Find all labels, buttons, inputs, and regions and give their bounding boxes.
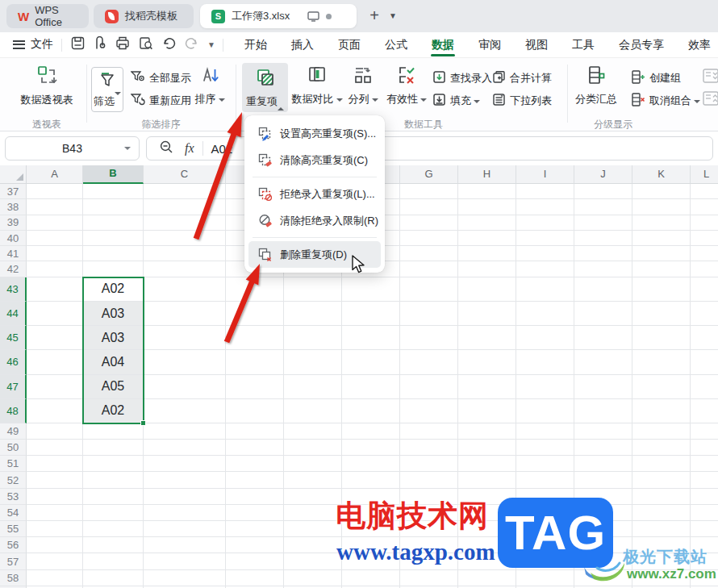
redo-icon[interactable] [185,37,198,50]
cell-J42[interactable] [574,261,632,277]
cell-L51[interactable] [691,456,718,472]
cell-E55[interactable] [284,521,342,537]
show-detail-icon[interactable] [703,69,718,85]
dropdown-list-button[interactable]: 下拉列表 [492,93,552,109]
cell-K58[interactable] [632,570,691,586]
cell-D54[interactable] [226,505,284,521]
cell-A51[interactable] [27,456,83,472]
cell-H37[interactable] [458,184,516,199]
cell-K38[interactable] [632,199,691,215]
cell-H53[interactable] [458,489,516,505]
cell-K46[interactable] [632,350,691,374]
cell-C42[interactable] [144,261,226,277]
tab-wps-office[interactable]: W WPS Office [6,4,89,28]
cell-G48[interactable] [400,399,458,423]
cell-K47[interactable] [632,375,691,399]
cell-C58[interactable] [144,570,226,586]
cell-J39[interactable] [574,215,632,231]
cell-J56[interactable] [574,537,632,553]
cell-E49[interactable] [284,423,342,440]
row-header-52[interactable]: 52 [0,472,27,488]
cell-H38[interactable] [458,199,516,215]
tab-workbook3[interactable]: S 工作簿3.xlsx [200,4,357,28]
undo-icon[interactable] [162,37,176,50]
row-header-58[interactable]: 58 [0,570,27,586]
cell-I53[interactable] [516,489,574,505]
cell-C40[interactable] [144,231,226,246]
cell-J51[interactable] [574,456,632,472]
row-header-42[interactable]: 42 [0,261,27,277]
cell-I54[interactable] [516,505,574,521]
cell-L58[interactable] [691,570,718,586]
new-tab-button[interactable]: + [365,6,384,25]
cell-K56[interactable] [632,537,691,553]
duplicates-button[interactable]: 重复项 [242,63,288,112]
cell-C45[interactable] [144,326,226,350]
device-sync-icon[interactable] [307,11,319,22]
cell-F56[interactable] [342,537,400,553]
cell-D53[interactable] [226,489,284,505]
cell-B39[interactable] [83,215,144,231]
cell-A54[interactable] [27,505,83,521]
row-header-49[interactable]: 49 [0,423,27,440]
cell-C41[interactable] [144,246,226,261]
cell-A37[interactable] [27,184,83,199]
ribbon-tab-工具[interactable]: 工具 [560,32,607,58]
row-header-53[interactable]: 53 [0,489,27,505]
cell-J58[interactable] [574,570,632,586]
cell-H51[interactable] [458,456,516,472]
ribbon-tab-页面[interactable]: 页面 [326,32,373,58]
cell-C50[interactable] [144,440,226,456]
cell-F45[interactable] [342,326,400,350]
col-header-G[interactable]: G [400,165,458,184]
cell-A55[interactable] [27,521,83,537]
cell-B53[interactable] [83,489,144,505]
cell-J43[interactable] [574,277,632,302]
cell-J47[interactable] [574,375,632,399]
cell-C48[interactable] [144,399,226,423]
cell-B40[interactable] [83,231,144,246]
ribbon-tab-视图[interactable]: 视图 [513,32,560,58]
cell-J44[interactable] [574,302,632,326]
print-preview-icon[interactable] [139,36,153,50]
ribbon-tab-开始[interactable]: 开始 [232,32,279,58]
cell-H49[interactable] [458,423,516,440]
cell-F47[interactable] [342,375,400,399]
cell-B55[interactable] [83,521,144,537]
cell-L55[interactable] [691,521,718,537]
cell-G53[interactable] [400,489,458,505]
cell-H44[interactable] [458,302,516,326]
cell-B57[interactable] [83,553,144,569]
cell-A58[interactable] [27,570,83,586]
cell-D43[interactable] [226,277,284,302]
cell-G43[interactable] [400,277,458,302]
cell-A40[interactable] [27,231,83,246]
print-icon[interactable] [115,36,130,50]
cell-L41[interactable] [691,246,718,261]
cell-B48[interactable]: A02 [83,399,144,423]
cell-L53[interactable] [691,489,718,505]
row-header-38[interactable]: 38 [0,199,27,215]
cell-F57[interactable] [342,553,400,569]
cell-E58[interactable] [284,570,342,586]
cell-H46[interactable] [458,350,516,374]
cell-K57[interactable] [632,553,691,569]
cell-E50[interactable] [284,440,342,456]
cell-G40[interactable] [400,231,458,246]
cell-A47[interactable] [27,375,83,399]
create-group-button[interactable]: 创建组 [631,70,681,86]
cell-K51[interactable] [632,456,691,472]
cell-K43[interactable] [632,277,691,302]
cell-L44[interactable] [691,302,718,326]
row-header-41[interactable]: 41 [0,246,27,261]
cell-L43[interactable] [691,277,718,302]
cell-J54[interactable] [574,505,632,521]
cell-E43[interactable] [284,277,342,302]
cell-B45[interactable]: A03 [83,326,144,350]
cell-G51[interactable] [400,456,458,472]
cell-K41[interactable] [632,246,691,261]
cell-J40[interactable] [574,231,632,246]
col-header-A[interactable]: A [27,165,83,184]
cell-D45[interactable] [226,326,284,350]
row-header-54[interactable]: 54 [0,505,27,521]
